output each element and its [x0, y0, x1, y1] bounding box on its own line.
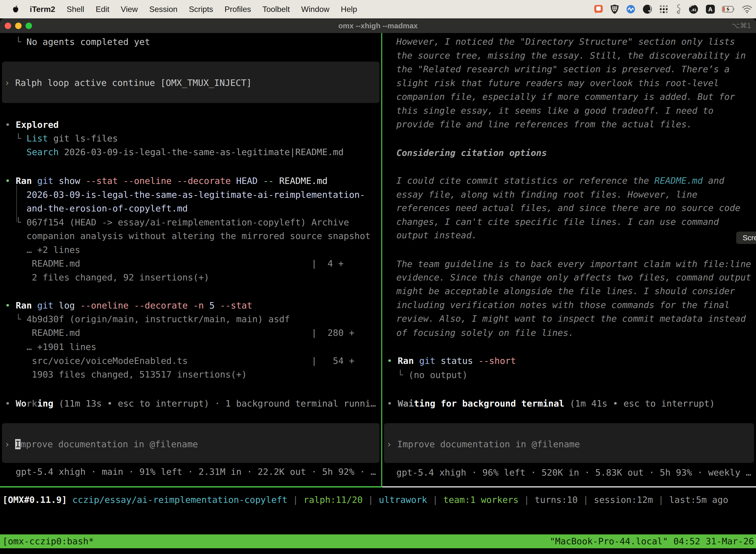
menu-item-view[interactable]: View	[121, 5, 138, 14]
thinking-para2-line: essay file, along with finding root file…	[396, 187, 697, 202]
chat-icon[interactable]	[593, 4, 604, 14]
screen: iTerm2 Shell Edit View Session Scripts P…	[0, 0, 756, 554]
macos-menu-bar: iTerm2 Shell Edit View Session Scripts P…	[0, 0, 756, 18]
thinking-para3-line: might be acceptable alongside the file l…	[396, 284, 735, 298]
ran-git-show-arg2: and-the-erosion-of-copyleft.md	[5, 201, 188, 215]
eclipse-icon[interactable]	[642, 4, 652, 14]
ran-git-log-out3: … +1901 lines	[5, 340, 96, 354]
ran-git-show-out4: README.md | 4 +	[5, 257, 343, 271]
shield-icon[interactable]	[610, 4, 619, 14]
explored-search-line: Search 2026-03-09-is-legal-the-same-as-l…	[5, 145, 343, 159]
ran-git-status-title: • Ran git status --short	[387, 354, 516, 368]
thinking-para2-line: output instead.	[396, 228, 477, 242]
ran-git-log-title: • Ran git log --oneline --decorate -n 5 …	[5, 298, 252, 313]
menu-item-session[interactable]: Session	[149, 5, 178, 14]
model-status-left: gpt-5.4 xhigh · main · 91% left · 2.31M …	[5, 465, 376, 479]
thinking-para3-line: including verification notes with those …	[396, 298, 730, 312]
explored-list-line: └ List git ls-files	[5, 131, 118, 146]
thinking-para3-line: of focusing solely on file lines.	[396, 326, 574, 340]
menu-item-iterm2[interactable]: iTerm2	[30, 5, 55, 14]
thinking-para2-line: changes, I can't cite specific file line…	[396, 215, 719, 229]
ralph-loop-line: › Ralph loop active continue [OMX_TMUX_I…	[4, 76, 252, 90]
ran-git-show-title: • Ran git show --stat --oneline --decora…	[5, 174, 328, 188]
pane-divider-bottom-right	[382, 486, 756, 488]
menu-bar-status-icons: ..61 A	[593, 0, 753, 18]
pane-divider-vertical[interactable]	[381, 33, 382, 487]
thinking-para1-line: slight risk that future readers may over…	[396, 76, 719, 90]
wifi-icon[interactable]	[742, 5, 753, 13]
menu-item-edit[interactable]: Edit	[96, 5, 109, 14]
thinking-para2-line: references need actual files, and since …	[396, 201, 740, 215]
screen-share-toast[interactable]: Scre	[736, 232, 756, 244]
ran-git-show-out5: 2 files changed, 92 insertions(+)	[5, 270, 209, 284]
ran-git-log-out1: └ 4b9d30f (origin/main, instructkr/main,…	[5, 312, 290, 326]
tmux-status-bar: [omx-cczip0:bash* "MacBook-Pro-44.local"…	[0, 535, 756, 548]
working-status-line: • Working (11m 13s • esc to interrupt) ·…	[5, 396, 376, 410]
terminal-content: └ No agents completed yet › Ralph loop a…	[0, 33, 756, 554]
battery-icon[interactable]	[722, 6, 735, 12]
ran-git-log-out4: src/voice/voiceModeEnabled.ts | 54 +	[5, 354, 355, 368]
ran-git-log-out2: README.md | 280 +	[5, 326, 355, 340]
apple-menu-icon[interactable]	[12, 5, 19, 13]
menu-item-help[interactable]: Help	[341, 5, 357, 14]
thinking-para3-line: The team guideline is to back every impo…	[396, 257, 751, 271]
menu-item-toolbelt[interactable]: Toolbelt	[262, 5, 290, 14]
ran-git-show-out2: companion analysis without altering the …	[5, 229, 371, 243]
svg-text:A: A	[708, 6, 712, 13]
explored-title: • Explored	[5, 118, 59, 132]
thinking-para3-line: review. Also, I might want to inspect th…	[396, 312, 746, 326]
wave-icon[interactable]	[626, 4, 636, 14]
model-status-right: gpt-5.4 xhigh · 96% left · 520K in · 5.8…	[396, 465, 751, 480]
tmux-session-label[interactable]: [omx-cczip0:bash*	[2, 535, 94, 548]
svg-text:..61: ..61	[691, 8, 696, 12]
tmux-host-clock: "MacBook-Pro-44.local" 04:52 31-Mar-26	[550, 535, 754, 548]
squiggle-icon[interactable]	[675, 4, 682, 14]
window-title: omx --xhigh --madmax	[0, 18, 756, 33]
a-square-icon[interactable]: A	[705, 4, 715, 14]
waiting-status-line: • Waiting for background terminal (1m 41…	[387, 396, 715, 410]
badge-61-icon[interactable]: ..61	[688, 4, 699, 14]
menu-item-profiles[interactable]: Profiles	[225, 5, 251, 14]
menu-item-scripts[interactable]: Scripts	[189, 5, 213, 14]
agents-status-line: └ No agents completed yet	[5, 35, 150, 49]
menu-item-shell[interactable]: Shell	[67, 5, 84, 14]
ran-git-show-out3: … +2 lines	[5, 243, 80, 257]
thinking-para1-line: the source tree, missing the essay. Stil…	[396, 48, 746, 63]
ran-git-log-out5: 1903 files changed, 513517 insertions(+)	[5, 367, 247, 382]
grid-dots-icon[interactable]	[659, 4, 669, 14]
thinking-para2-line: I could cite commit statistics or refere…	[396, 173, 724, 188]
prompt-input-right-text[interactable]: › Improve documentation in @filename	[386, 437, 580, 451]
thinking-para1-line: companion file, especially if more comme…	[396, 90, 735, 104]
thinking-para1-line: the "Related research writing" section i…	[396, 62, 730, 76]
omx-status-line: [OMX#0.11.9] cczip/essay/ai-reimplementa…	[2, 493, 728, 507]
ran-git-show-out1: └ 067f154 (HEAD -> essay/ai-reimplementa…	[5, 215, 349, 229]
ran-git-show-arg1: 2026-03-09-is-legal-the-same-as-legitima…	[5, 188, 365, 202]
ran-git-status-out: └ (no output)	[387, 368, 467, 382]
thinking-para1-line: However, I noticed the "Directory Struct…	[396, 35, 735, 49]
thinking-para3-line: evidence. Since this change only affects…	[396, 270, 751, 284]
window-title-bar: omx --xhigh --madmax ⌥⌘1	[0, 18, 756, 33]
window-shortcut-badge: ⌥⌘1	[732, 18, 751, 33]
thinking-para1-line: this single essay, it seems like a good …	[396, 104, 713, 118]
thinking-heading: Considering citation options	[396, 146, 547, 160]
pane-divider-bottom-left	[0, 486, 382, 488]
menu-item-window[interactable]: Window	[301, 5, 329, 14]
thinking-para1-line: provide file and line references from th…	[396, 117, 692, 131]
prompt-input-left-text[interactable]: › Improve documentation in @filename	[4, 437, 198, 451]
